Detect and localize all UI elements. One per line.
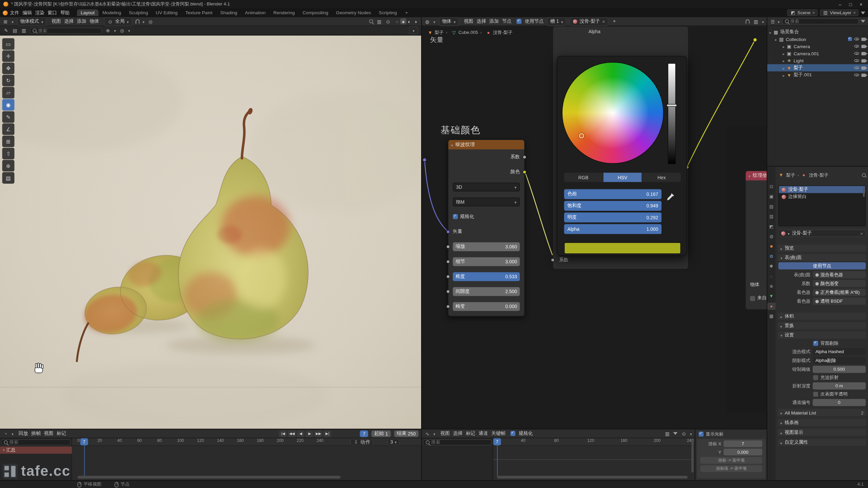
viewport-tool-button[interactable] [2, 123, 15, 135]
end-frame-field[interactable]: 结束250 [394, 430, 418, 437]
properties-tab[interactable] [767, 233, 775, 240]
value-slider-handle[interactable] [667, 104, 677, 107]
viewport-tool-button[interactable] [2, 75, 15, 86]
action-users-field[interactable]: 3 [388, 439, 399, 446]
show-cursor-row[interactable]: 显示光标 [698, 431, 763, 437]
node-link-button[interactable]: 透明 BSDF [813, 298, 866, 305]
refraction-depth-field[interactable]: 0 m [813, 382, 866, 389]
render-visibility-icon[interactable] [861, 44, 866, 48]
filter-icon[interactable] [861, 11, 865, 14]
disclosure-icon[interactable] [783, 65, 785, 70]
section-settings[interactable]: 设置 [778, 331, 866, 339]
viewport-3d[interactable]: 物体模式 视图选择添加物体 全局 [0, 17, 421, 429]
viewport-tool-button[interactable] [2, 50, 15, 62]
breadcrumb-item[interactable]: Cube.005 [443, 29, 478, 35]
viewport-menu[interactable]: 物体 [88, 18, 101, 23]
workspace-tab[interactable]: Texture Paint [181, 9, 216, 16]
outliner-row[interactable]: Collection [767, 35, 868, 42]
tool-icon[interactable] [3, 28, 9, 33]
viewlayer-selector[interactable]: ViewLayer [820, 9, 859, 16]
settings-widget[interactable]: Alpha剔除 [813, 357, 866, 364]
window-button[interactable] [839, 1, 842, 7]
slot-dropdown[interactable]: 槽 1 [547, 17, 566, 26]
breadcrumb-item[interactable]: 梨子 [427, 29, 443, 36]
fac-socket[interactable] [551, 258, 554, 262]
filter-icon[interactable] [861, 20, 865, 23]
channel-search[interactable] [1, 439, 71, 445]
hide-eye-icon[interactable] [854, 52, 859, 55]
workspace-tab[interactable]: Sculpting [125, 9, 152, 16]
outliner-row[interactable]: Light [767, 57, 868, 64]
topbar-menu[interactable]: 渲染 [34, 10, 46, 15]
render-visibility-icon[interactable] [861, 66, 866, 69]
viewport-tool-button[interactable] [2, 99, 15, 110]
render-visibility-icon[interactable] [861, 73, 866, 77]
collapsed-section[interactable]: 自定义属性 [778, 439, 866, 446]
material-datablock[interactable]: 没骨-梨子 [778, 230, 866, 237]
graph-menu[interactable]: 选择 [451, 430, 464, 435]
properties-tab[interactable] [767, 193, 775, 200]
collapse-icon[interactable] [451, 142, 453, 147]
viewport-tool-button[interactable] [2, 87, 15, 98]
workspace-tab[interactable]: Layout [77, 9, 99, 16]
overlays-icon[interactable] [376, 19, 382, 24]
outliner-row[interactable]: Camera.001 [767, 50, 868, 57]
transport-button[interactable] [279, 430, 287, 437]
topbar-menu[interactable]: 窗口 [46, 10, 59, 15]
close-icon[interactable] [860, 230, 863, 236]
node-link-button[interactable]: 混合着色器 [813, 271, 866, 278]
cursor-y-field[interactable]: 0.000 [724, 449, 762, 455]
breadcrumb-material[interactable]: 没骨-梨子 [809, 172, 828, 178]
action-selector[interactable]: 动作 [350, 439, 373, 446]
shading-mode-button[interactable] [400, 18, 406, 24]
properties-tab[interactable] [767, 243, 775, 250]
section-preview[interactable]: 预览 [778, 245, 866, 252]
transport-button[interactable] [306, 430, 314, 437]
proportional-edit-icon[interactable] [148, 19, 153, 24]
workspace-tab[interactable]: Animation [241, 9, 270, 16]
render-visibility-icon[interactable] [861, 37, 866, 41]
chevron-down-icon[interactable] [690, 431, 692, 436]
overlays-icon[interactable] [665, 431, 670, 436]
param-socket[interactable] [446, 260, 450, 263]
window-button[interactable] [849, 1, 852, 7]
pin-icon[interactable] [612, 18, 617, 24]
breadcrumb-item[interactable]: 没骨-梨子 [478, 29, 513, 36]
shader-menu[interactable]: 节点 [500, 18, 513, 23]
hide-eye-icon[interactable] [854, 45, 859, 47]
param-slider[interactable]: 间隙度2.500 [453, 287, 520, 296]
picker-field-slider[interactable]: Alpha1.000 [564, 224, 662, 234]
graph-menu[interactable]: 关键帧 [490, 430, 507, 435]
render-visibility-icon[interactable] [861, 59, 866, 62]
normalize-checkbox[interactable] [453, 214, 458, 219]
topbar-menu[interactable]: 文件 [8, 10, 21, 15]
dimensions-dropdown[interactable]: 3D [453, 182, 520, 191]
search-icon[interactable] [862, 173, 866, 177]
channel-search-input[interactable] [431, 440, 489, 445]
frame-ruler[interactable]: 4080120160200240 [493, 438, 695, 446]
chevron-down-icon[interactable] [114, 28, 116, 33]
chevron-down-icon[interactable] [762, 19, 764, 24]
from-instancer-row[interactable]: 来自实例器 [750, 295, 767, 302]
disclosure-icon[interactable] [783, 43, 785, 49]
settings-widget[interactable]: 0.500 [813, 366, 866, 373]
use-nodes-checkbox[interactable] [516, 19, 521, 24]
raytrace-row[interactable]: 光追折射 [813, 374, 866, 381]
transport-button[interactable] [288, 430, 296, 437]
mode-dropdown[interactable]: 物体模式 [17, 17, 46, 26]
node-header[interactable]: 噪波纹理 [448, 140, 524, 149]
properties-tab[interactable] [767, 263, 775, 270]
channel-search-input[interactable] [9, 440, 68, 445]
viewport-tool-button[interactable] [2, 136, 15, 147]
hide-eye-icon[interactable] [854, 38, 859, 40]
tool-search[interactable] [30, 27, 102, 34]
timeline-menu[interactable]: 插帧 [29, 430, 42, 435]
node-link-button[interactable]: 正片叠底(相乘 A*B) [813, 289, 866, 296]
viewport-tool-button[interactable] [2, 38, 15, 50]
material-slot-row[interactable]: 没骨-梨子 [779, 186, 865, 193]
object-field[interactable]: 物体 [750, 282, 760, 288]
shader-type-dropdown[interactable]: 物体 [439, 17, 459, 26]
snap-icon[interactable] [135, 19, 139, 23]
collapsed-section[interactable]: 视图显示 [778, 429, 866, 436]
add-workspace-tab[interactable]: + [401, 9, 412, 16]
